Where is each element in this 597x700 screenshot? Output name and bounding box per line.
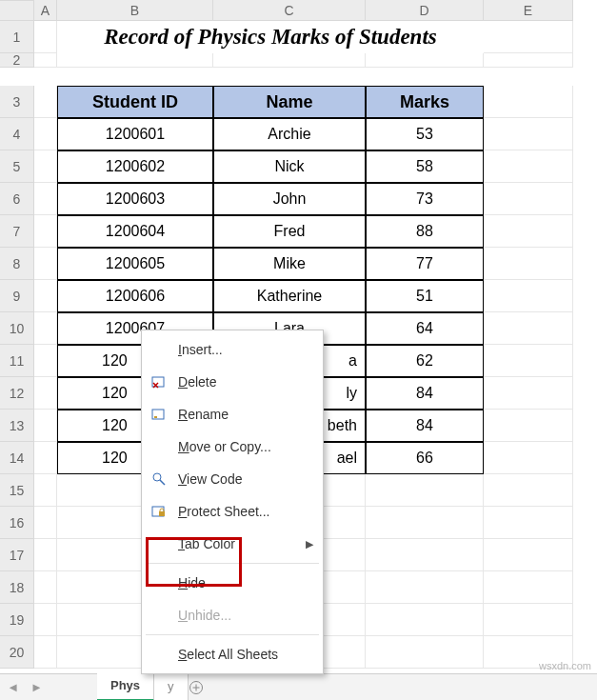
- row-header[interactable]: 19: [0, 604, 34, 636]
- cell[interactable]: [34, 183, 57, 215]
- cell[interactable]: [484, 604, 573, 636]
- cell[interactable]: [34, 312, 57, 345]
- row-header[interactable]: 17: [0, 539, 34, 571]
- menu-move-or-copy[interactable]: Move or Copy...: [142, 430, 323, 463]
- row-header[interactable]: 9: [0, 280, 34, 312]
- row-header[interactable]: 15: [0, 474, 34, 507]
- cell[interactable]: [34, 21, 57, 53]
- cell[interactable]: [484, 150, 573, 183]
- cell[interactable]: [484, 215, 573, 248]
- table-cell-name[interactable]: Katherine: [213, 280, 366, 312]
- cell[interactable]: [34, 215, 57, 248]
- col-E[interactable]: E: [484, 0, 573, 21]
- col-D[interactable]: D: [366, 0, 484, 21]
- cell[interactable]: [484, 53, 573, 68]
- cell[interactable]: [34, 442, 57, 474]
- cell[interactable]: [366, 474, 484, 507]
- cell[interactable]: [366, 604, 484, 636]
- table-cell-marks[interactable]: 84: [366, 410, 484, 442]
- cell[interactable]: [34, 410, 57, 442]
- cell[interactable]: [34, 507, 57, 539]
- cell[interactable]: [34, 150, 57, 183]
- sheet-tab-physics[interactable]: Phys: [97, 673, 154, 701]
- cell[interactable]: [484, 507, 573, 539]
- table-cell-marks[interactable]: 53: [366, 118, 484, 150]
- table-cell-marks[interactable]: 88: [366, 215, 484, 248]
- table-cell-marks[interactable]: 64: [366, 312, 484, 345]
- menu-hide[interactable]: Hide: [142, 567, 323, 599]
- cell[interactable]: [34, 53, 57, 68]
- row-header[interactable]: 14: [0, 442, 34, 474]
- table-cell-id[interactable]: 1200604: [57, 215, 213, 248]
- cell[interactable]: [366, 53, 484, 68]
- cell[interactable]: [366, 636, 484, 669]
- new-sheet-button[interactable]: [189, 680, 221, 695]
- row-header[interactable]: 7: [0, 215, 34, 248]
- row-header[interactable]: 3: [0, 86, 34, 118]
- table-header-marks[interactable]: Marks: [366, 86, 484, 118]
- cell[interactable]: [484, 345, 573, 377]
- table-cell-marks[interactable]: 84: [366, 377, 484, 410]
- cell[interactable]: [34, 248, 57, 280]
- row-header[interactable]: 16: [0, 507, 34, 539]
- table-cell-id[interactable]: 1200603: [57, 183, 213, 215]
- cell[interactable]: [34, 118, 57, 150]
- table-cell-id[interactable]: 1200606: [57, 280, 213, 312]
- row-header[interactable]: 11: [0, 345, 34, 377]
- cell[interactable]: [213, 53, 366, 68]
- cell[interactable]: [34, 474, 57, 507]
- sheet-tab-hidden[interactable]: y: [154, 674, 189, 700]
- select-all-corner[interactable]: [0, 0, 34, 21]
- row-header[interactable]: 12: [0, 377, 34, 410]
- row-header[interactable]: 6: [0, 183, 34, 215]
- col-B[interactable]: B: [57, 0, 213, 21]
- menu-delete[interactable]: Delete: [142, 366, 323, 398]
- menu-rename[interactable]: Rename: [142, 398, 323, 430]
- cell[interactable]: [484, 280, 573, 312]
- table-cell-id[interactable]: 1200602: [57, 150, 213, 183]
- row-header[interactable]: 2: [0, 53, 34, 68]
- cell[interactable]: [366, 571, 484, 604]
- table-cell-name[interactable]: John: [213, 183, 366, 215]
- cell[interactable]: [484, 571, 573, 604]
- menu-protect-sheet[interactable]: Protect Sheet...: [142, 495, 323, 528]
- row-header[interactable]: 5: [0, 150, 34, 183]
- table-cell-id[interactable]: 1200601: [57, 118, 213, 150]
- col-C[interactable]: C: [213, 0, 366, 21]
- chevron-right-icon[interactable]: ►: [30, 680, 43, 694]
- cell[interactable]: [34, 345, 57, 377]
- cell[interactable]: [34, 571, 57, 604]
- cell[interactable]: [484, 86, 573, 118]
- cell[interactable]: [484, 539, 573, 571]
- table-cell-name[interactable]: Nick: [213, 150, 366, 183]
- cell[interactable]: [484, 377, 573, 410]
- table-cell-id[interactable]: 1200605: [57, 248, 213, 280]
- cell[interactable]: [366, 539, 484, 571]
- table-header-student-id[interactable]: Student ID: [57, 86, 213, 118]
- table-header-name[interactable]: Name: [213, 86, 366, 118]
- cell[interactable]: [366, 507, 484, 539]
- table-cell-name[interactable]: Fred: [213, 215, 366, 248]
- row-header[interactable]: 18: [0, 571, 34, 604]
- cell[interactable]: [484, 21, 573, 53]
- cell[interactable]: [34, 280, 57, 312]
- row-header[interactable]: 8: [0, 248, 34, 280]
- tab-scroll-buttons[interactable]: ◄ ►: [0, 680, 50, 694]
- row-header[interactable]: 10: [0, 312, 34, 345]
- table-cell-marks[interactable]: 62: [366, 345, 484, 377]
- cell[interactable]: [484, 118, 573, 150]
- row-header[interactable]: 13: [0, 410, 34, 442]
- cell[interactable]: [57, 53, 213, 68]
- table-cell-marks[interactable]: 58: [366, 150, 484, 183]
- table-cell-name[interactable]: Mike: [213, 248, 366, 280]
- cell[interactable]: [484, 248, 573, 280]
- title-cell[interactable]: Record of Physics Marks of Students: [57, 21, 484, 53]
- menu-view-code[interactable]: View Code: [142, 463, 323, 495]
- cell[interactable]: [34, 636, 57, 669]
- table-cell-name[interactable]: Archie: [213, 118, 366, 150]
- row-header[interactable]: 4: [0, 118, 34, 150]
- row-header[interactable]: 20: [0, 636, 34, 669]
- cell[interactable]: [34, 86, 57, 118]
- menu-insert[interactable]: Insert...: [142, 333, 323, 366]
- cell[interactable]: [484, 442, 573, 474]
